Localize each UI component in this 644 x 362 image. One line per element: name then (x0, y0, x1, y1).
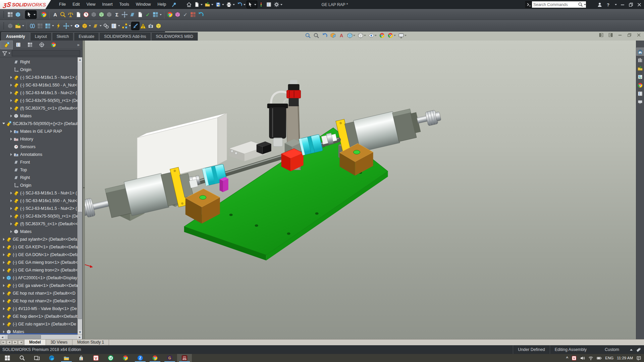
custom-properties-button[interactable] (637, 90, 644, 97)
tab-sketch[interactable]: Sketch (52, 32, 74, 41)
user-login-button[interactable] (597, 2, 602, 7)
tree-expander[interactable] (9, 84, 13, 86)
hole-alignment-button[interactable] (105, 11, 113, 18)
insert-components-button[interactable] (14, 22, 25, 30)
network-wifi-tray-icon[interactable] (588, 356, 593, 361)
tree-item[interactable]: (f) SCJ63X75_c<1> (Default<< (0, 104, 77, 112)
pin-menu-icon[interactable] (171, 2, 177, 7)
tree-expander[interactable] (1, 238, 6, 241)
print-dropdown[interactable] (233, 4, 235, 5)
tree-item[interactable]: Mates in GE LAP RAP (0, 127, 77, 135)
display-style-dropdown[interactable] (364, 35, 366, 36)
taskbar-microsoft-store[interactable] (74, 354, 89, 362)
tree-expander[interactable] (1, 123, 6, 124)
file-explorer-pane-button[interactable] (637, 65, 644, 72)
tab-layout[interactable]: Layout (30, 32, 52, 41)
menu-file[interactable]: File (56, 0, 69, 9)
menu-help[interactable]: Help (154, 0, 170, 9)
taskbar-search[interactable] (15, 354, 30, 362)
select-tool-dropdown[interactable] (34, 14, 36, 15)
hide-show-items-dropdown[interactable] (375, 35, 377, 36)
tree-item[interactable]: GE pad xylanh<2> (Default<<Defa (0, 235, 77, 243)
view-settings-button[interactable] (398, 32, 407, 39)
verification-check-button[interactable]: ✓ (181, 11, 189, 18)
measure-button[interactable] (59, 11, 67, 18)
tree-item[interactable]: (-) SC-63-M16x1.550 - A_Nut< (0, 197, 77, 204)
search-icon[interactable] (578, 2, 583, 7)
open-dropdown[interactable] (211, 4, 213, 5)
smart-fasteners-button[interactable] (55, 22, 62, 30)
apply-scene-dropdown[interactable] (394, 35, 396, 36)
go-first-button[interactable] (1, 340, 6, 345)
configuration-manager-tab[interactable] (24, 41, 36, 49)
tree-expander[interactable] (9, 153, 13, 156)
exploded-view-dropdown[interactable] (129, 25, 131, 26)
tree-item[interactable]: Right (0, 58, 77, 66)
tree-item[interactable]: Front (0, 158, 77, 166)
tree-expander[interactable] (1, 261, 6, 264)
print-button[interactable] (225, 1, 235, 8)
reference-geometry-button[interactable] (92, 22, 102, 30)
hscroll-track[interactable] (5, 335, 77, 339)
home-tab-button[interactable] (637, 48, 644, 55)
equations-button[interactable]: Σ (113, 11, 121, 18)
tree-expander[interactable] (9, 192, 13, 194)
dock-next-button[interactable] (608, 33, 613, 38)
vscroll-track[interactable] (78, 62, 82, 330)
action-center-button[interactable] (636, 356, 641, 361)
move-component-dropdown[interactable] (70, 25, 72, 26)
tree-item[interactable]: Sensors (0, 143, 77, 150)
compare-documents-button[interactable] (189, 11, 197, 18)
appearances-scenes-button[interactable] (637, 81, 644, 89)
component-preview-button[interactable] (36, 22, 44, 30)
instant3d-button[interactable] (131, 22, 139, 30)
menu-view[interactable]: View (83, 0, 99, 9)
minimize-window-button[interactable] (620, 2, 625, 7)
edit-appearance-button[interactable] (40, 11, 48, 18)
clearance-verification-button[interactable] (98, 11, 105, 18)
unit-system[interactable]: Custom (600, 345, 624, 354)
tab-assembly[interactable]: Assembly (1, 32, 30, 41)
take-snapshot-button[interactable] (147, 22, 155, 30)
apply-scene-button[interactable] (387, 32, 396, 39)
tree-expander[interactable] (9, 199, 13, 202)
interference-detection-button[interactable] (90, 11, 98, 18)
taskbar-file-explorer[interactable] (59, 354, 74, 362)
tree-expander[interactable] (9, 92, 13, 94)
go-next-button[interactable] (12, 340, 17, 345)
view-orientation-button[interactable] (346, 32, 356, 39)
tab-solidworks-mbd[interactable]: SOLIDWORKS MBD (151, 32, 198, 41)
taskbar-start[interactable] (0, 354, 15, 362)
tree-horizontal-scrollbar[interactable]: ◄ ► (0, 335, 82, 339)
tree-expander[interactable] (1, 307, 6, 310)
check-document-button[interactable]: ✓ (144, 11, 152, 18)
options-dropdown[interactable] (280, 4, 282, 5)
zoom-to-fit-button[interactable] (305, 32, 311, 39)
help-dropdown[interactable] (615, 4, 617, 5)
tray-expand-chevron[interactable]: ^ (566, 356, 569, 360)
restore-window-button[interactable] (628, 2, 634, 7)
view-settings-dropdown[interactable] (405, 35, 407, 36)
tree-expander[interactable] (9, 99, 13, 102)
tree-end-marker[interactable] (0, 334, 77, 334)
tree-item[interactable]: Origin (0, 181, 77, 189)
tree-item[interactable]: (-) 4V110-M5 - Valve Body<1> (De (0, 305, 77, 312)
design-library-button[interactable] (637, 56, 644, 64)
tree-item[interactable]: GE hop dien<1> (Default<<Default (0, 312, 77, 320)
panel-expand-chevron[interactable]: » (74, 42, 82, 47)
solidworks-forum-button[interactable] (637, 98, 644, 106)
select-dropdown[interactable] (254, 4, 256, 5)
new-document-button[interactable] (193, 1, 203, 8)
tree-item[interactable]: SCJ63x75-50(0050)+()<2> (Default (0, 120, 77, 127)
assembly-visualization-button[interactable] (166, 11, 174, 18)
dock-previous-button[interactable] (599, 33, 604, 38)
toolbar-drag-handle[interactable] (3, 22, 5, 29)
options-button[interactable] (273, 1, 283, 8)
component-preview-window-button[interactable] (6, 11, 14, 18)
markup-button[interactable] (74, 11, 82, 18)
appearance-cube-button[interactable] (174, 11, 181, 18)
taskbar-solidworks-2018[interactable]: 2018 (177, 354, 192, 362)
tree-item[interactable]: (f) SCJ63X75_c<1> (Default<< (0, 220, 77, 228)
filter-funnel-icon[interactable] (2, 51, 7, 56)
rebuild-button[interactable] (258, 1, 265, 8)
